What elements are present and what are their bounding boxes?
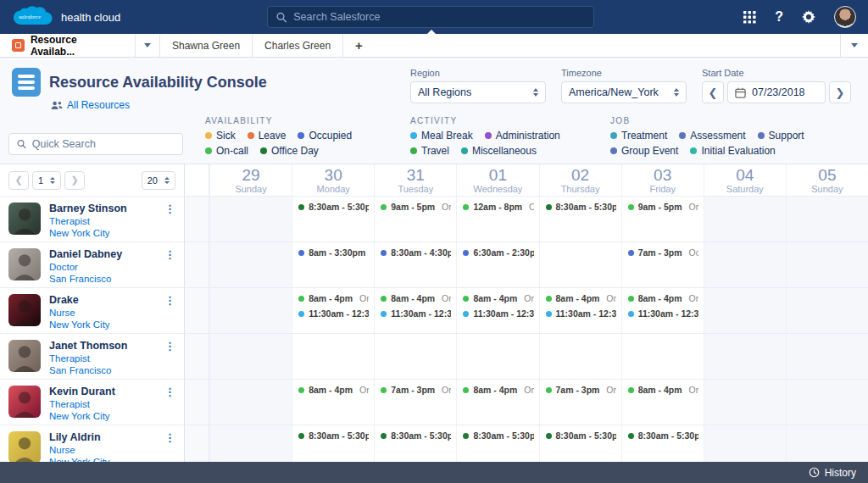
schedule-entry[interactable]: 11:30am - 12:30am ... bbox=[381, 308, 451, 319]
user-avatar[interactable] bbox=[834, 6, 856, 28]
schedule-cell[interactable] bbox=[704, 288, 786, 334]
schedule-cell[interactable]: 8:30am - 5:30pm O... bbox=[539, 197, 621, 242]
schedule-entry[interactable]: 9am - 5pm On-call bbox=[381, 202, 451, 212]
page-size-stepper[interactable]: 20 bbox=[142, 171, 175, 190]
schedule-cell[interactable]: 8am - 4pm On-call11:30am - 12:30am ... bbox=[621, 288, 704, 334]
tab-shawna-green[interactable]: Shawna Green bbox=[160, 34, 253, 57]
schedule-cell[interactable] bbox=[292, 334, 374, 380]
schedule-entry[interactable]: 8am - 4pm On-call bbox=[628, 385, 698, 395]
schedule-cell[interactable]: 8:30am - 5:30pm O... bbox=[292, 197, 374, 242]
schedule-cell[interactable]: 6:30am - 2:30pm O... bbox=[456, 242, 538, 288]
schedule-cell[interactable]: 8am - 4pm On-call bbox=[456, 380, 538, 425]
global-search-input[interactable] bbox=[293, 11, 585, 23]
all-resources-link[interactable]: All Resources bbox=[51, 99, 410, 111]
schedule-cell[interactable] bbox=[704, 334, 786, 380]
resource-city-link[interactable]: New York City bbox=[49, 319, 154, 330]
resource-role-link[interactable]: Therapist bbox=[49, 398, 154, 410]
schedule-cell[interactable]: 9am - 5pm On-call bbox=[374, 197, 456, 242]
schedule-cell[interactable]: 8am - 4pm On-call11:30am - 12:30am ... bbox=[456, 288, 538, 334]
schedule-entry[interactable]: 8am - 4pm On-call bbox=[381, 293, 451, 303]
help-icon[interactable]: ? bbox=[775, 9, 783, 25]
schedule-entry[interactable]: 7am - 3pm On-call bbox=[381, 385, 451, 395]
schedule-cell[interactable] bbox=[374, 334, 456, 380]
schedule-entry[interactable]: 8:30am - 5:30pm O... bbox=[298, 202, 369, 212]
schedule-cell[interactable] bbox=[786, 288, 868, 334]
schedule-cell[interactable] bbox=[539, 334, 621, 380]
schedule-entry[interactable]: 8:30am - 5:30pm O... bbox=[463, 430, 533, 441]
app-launcher-icon[interactable] bbox=[743, 11, 756, 24]
schedule-cell[interactable] bbox=[209, 380, 292, 425]
resource-name[interactable]: Kevin Durant bbox=[49, 386, 154, 398]
schedule-cell[interactable]: 8am - 4pm On-call11:30am - 12:30am ... bbox=[292, 288, 374, 334]
schedule-cell[interactable] bbox=[539, 242, 621, 288]
schedule-entry[interactable]: 7am - 3pm On-call bbox=[546, 385, 616, 395]
setup-gear-icon[interactable] bbox=[802, 10, 815, 24]
resource-role-link[interactable]: Therapist bbox=[49, 215, 154, 227]
resource-role-link[interactable]: Therapist bbox=[49, 353, 154, 364]
global-search[interactable] bbox=[267, 6, 594, 28]
schedule-cell[interactable]: 8:30am - 4:30pm O... bbox=[374, 242, 456, 288]
resource-role-link[interactable]: Doctor bbox=[49, 261, 154, 273]
schedule-cell[interactable]: 12am - 8pm On-call bbox=[456, 197, 538, 242]
resource-city-link[interactable]: San Francisco bbox=[49, 364, 154, 376]
resource-name[interactable]: Daniel Dabney bbox=[49, 248, 154, 261]
schedule-entry[interactable]: 6:30am - 2:30pm O... bbox=[463, 247, 533, 258]
schedule-cell[interactable]: 8am - 4pm On-call bbox=[621, 380, 704, 425]
start-date-input[interactable]: 07/23/2018 bbox=[727, 81, 826, 103]
timezone-select[interactable]: America/New_York bbox=[561, 81, 687, 103]
schedule-entry[interactable]: 8am - 4pm On-call bbox=[298, 385, 369, 395]
schedule-entry[interactable]: 11:30am - 12:30am ... bbox=[298, 308, 369, 319]
schedule-cell[interactable] bbox=[209, 334, 292, 380]
schedule-entry[interactable]: 8:30am - 5:30pm O... bbox=[546, 430, 616, 441]
schedule-entry[interactable]: 8:30am - 5:30pm O... bbox=[381, 430, 451, 441]
schedule-entry[interactable]: 7am - 3pm Occupied bbox=[628, 247, 698, 258]
schedule-cell[interactable] bbox=[209, 242, 292, 288]
schedule-cell[interactable] bbox=[786, 380, 868, 425]
schedule-cell[interactable] bbox=[209, 288, 292, 334]
schedule-entry[interactable]: 8am - 4pm On-call bbox=[546, 293, 616, 303]
schedule-entry[interactable]: 8am - 4pm On-call bbox=[628, 293, 698, 303]
schedule-cell[interactable] bbox=[786, 242, 868, 288]
schedule-cell[interactable] bbox=[456, 334, 538, 380]
resource-role-link[interactable]: Nurse bbox=[49, 444, 154, 456]
row-menu-button[interactable]: ⋮ bbox=[163, 248, 177, 287]
tabbar-overflow-button[interactable] bbox=[840, 34, 868, 57]
resource-city-link[interactable]: New York City bbox=[49, 227, 154, 239]
schedule-cell[interactable] bbox=[704, 197, 786, 242]
schedule-cell[interactable]: 8am - 4pm On-call11:30am - 12:30am ... bbox=[374, 288, 456, 334]
schedule-cell[interactable] bbox=[786, 197, 868, 242]
resource-name[interactable]: Janet Thomson bbox=[49, 340, 154, 353]
schedule-entry[interactable]: 11:30am - 12:30am ... bbox=[628, 308, 698, 319]
page-next-button[interactable]: ❯ bbox=[64, 171, 85, 190]
quick-search[interactable] bbox=[8, 133, 183, 155]
row-menu-button[interactable]: ⋮ bbox=[163, 203, 177, 242]
schedule-entry[interactable]: 11:30am - 12:30am ... bbox=[546, 308, 616, 319]
row-menu-button[interactable]: ⋮ bbox=[163, 386, 177, 425]
schedule-entry[interactable]: 11:30am - 12:30am ... bbox=[463, 308, 533, 319]
schedule-cell[interactable]: 7am - 3pm On-call bbox=[374, 380, 456, 425]
schedule-cell[interactable]: 8am - 4pm On-call bbox=[292, 380, 374, 425]
schedule-cell[interactable]: 7am - 3pm On-call bbox=[539, 380, 621, 425]
schedule-cell[interactable]: 9am - 5pm On-call bbox=[621, 197, 704, 242]
schedule-entry[interactable]: 8:30am - 4:30pm O... bbox=[381, 247, 451, 258]
schedule-cell[interactable]: 7am - 3pm Occupied bbox=[621, 242, 704, 288]
schedule-entry[interactable]: 8am - 4pm On-call bbox=[298, 293, 369, 303]
add-tab-button[interactable]: + bbox=[343, 34, 375, 57]
schedule-cell[interactable] bbox=[704, 380, 786, 425]
schedule-cell[interactable] bbox=[704, 242, 786, 288]
schedule-entry[interactable]: 8am - 3:30pm Occu... bbox=[298, 247, 369, 258]
schedule-entry[interactable]: 8:30am - 5:30pm O... bbox=[628, 430, 698, 441]
resource-name[interactable]: Drake bbox=[49, 294, 154, 307]
quick-search-input[interactable] bbox=[32, 138, 175, 150]
schedule-entry[interactable]: 8:30am - 5:30pm O... bbox=[546, 202, 616, 212]
resource-city-link[interactable]: New York City bbox=[49, 410, 154, 422]
resource-city-link[interactable]: San Francisco bbox=[49, 273, 154, 285]
schedule-entry[interactable]: 8am - 4pm On-call bbox=[463, 293, 533, 303]
schedule-cell[interactable]: 8am - 3:30pm Occu... bbox=[292, 242, 374, 288]
resource-name[interactable]: Barney Stinson bbox=[49, 203, 154, 215]
schedule-cell[interactable] bbox=[786, 334, 868, 380]
tab-resource-availability[interactable]: Resource Availab... bbox=[0, 34, 136, 57]
schedule-entry[interactable]: 8:30am - 5:30pm O... bbox=[298, 430, 369, 441]
schedule-cell[interactable] bbox=[621, 334, 704, 380]
schedule-entry[interactable]: 12am - 8pm On-call bbox=[463, 202, 533, 212]
